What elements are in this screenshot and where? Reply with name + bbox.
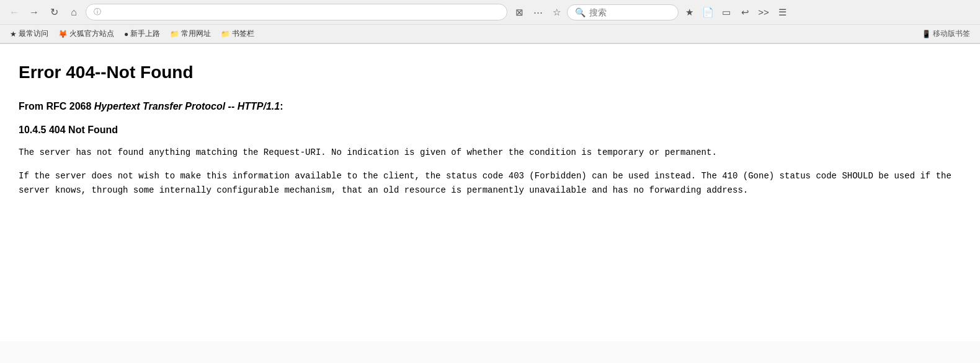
overflow-button[interactable]: >> <box>755 4 772 20</box>
bookmark-getting-started[interactable]: ● 新手上路 <box>120 27 164 40</box>
rfc-heading-plain: From RFC 2068 <box>19 101 94 112</box>
address-bar[interactable]: ⓘ 192.168.126.142:7001 <box>86 4 507 20</box>
home-button[interactable]: ⌂ <box>66 4 82 20</box>
forward-button[interactable]: → <box>26 4 42 20</box>
bookmark-bar[interactable]: 📁 书签栏 <box>217 27 258 40</box>
grid-icon-button[interactable]: ⊠ <box>511 4 527 20</box>
bookmark-bar-label: 书签栏 <box>232 28 254 39</box>
section-heading: 10.4.5 404 Not Found <box>19 125 961 136</box>
star-icon: ★ <box>10 30 17 38</box>
circle-icon: ● <box>124 30 128 38</box>
toolbar-right: ⊠ ⋯ ☆ 🔍 ★ 📄 ▭ ↩ >> ☰ <box>511 4 790 20</box>
undo-button[interactable]: ↩ <box>737 4 753 20</box>
bookmark-firefox-official[interactable]: 🦊 火狐官方站点 <box>55 27 118 40</box>
bookmarks-bar: ★ 最常访问 🦊 火狐官方站点 ● 新手上路 📁 常用网址 📁 书签栏 📱 移动… <box>0 25 980 43</box>
address-input[interactable]: 192.168.126.142:7001 <box>105 7 499 17</box>
bookmark-common-sites[interactable]: 📁 常用网址 <box>166 27 215 40</box>
rfc-heading-italic: Hypertext Transfer Protocol -- HTTP/1.1 <box>94 101 280 112</box>
bookmark-most-visited[interactable]: ★ 最常访问 <box>6 27 52 40</box>
bookmark-getting-started-label: 新手上路 <box>130 28 160 39</box>
bookmark-common-sites-label: 常用网址 <box>181 28 211 39</box>
mobile-icon: 📱 <box>922 30 931 38</box>
search-icon: 🔍 <box>575 7 586 17</box>
error-para-1: The server has not found anything matchi… <box>19 146 961 159</box>
rfc-heading: From RFC 2068 Hypertext Transfer Protoco… <box>19 101 961 112</box>
error-title: Error 404--Not Found <box>19 63 961 82</box>
menu-button[interactable]: ☰ <box>774 4 790 20</box>
folder-icon-1: 📁 <box>170 30 179 38</box>
page-content: Error 404--Not Found From RFC 2068 Hyper… <box>0 44 980 341</box>
back-button[interactable]: ← <box>6 4 22 20</box>
search-bar[interactable]: 🔍 <box>567 4 679 20</box>
synced-tabs-button[interactable]: ▭ <box>718 4 734 20</box>
reload-button[interactable]: ↻ <box>46 4 62 20</box>
rfc-heading-end: : <box>280 101 283 112</box>
browser-toolbar: ← → ↻ ⌂ ⓘ 192.168.126.142:7001 ⊠ ⋯ ☆ 🔍 ★… <box>0 0 980 25</box>
bookmark-firefox-label: 火狐官方站点 <box>69 28 114 39</box>
mobile-bookmarks[interactable]: 📱 移动版书签 <box>918 27 974 40</box>
folder-icon-2: 📁 <box>221 30 230 38</box>
firefox-icon: 🦊 <box>58 30 68 38</box>
info-icon: ⓘ <box>94 7 101 17</box>
error-para-2: If the server does not wish to make this… <box>19 169 961 197</box>
more-button[interactable]: ⋯ <box>530 4 546 20</box>
bookmark-star-button[interactable]: ★ <box>681 4 697 20</box>
mobile-bookmarks-label: 移动版书签 <box>933 28 970 39</box>
bookmark-most-visited-label: 最常访问 <box>19 28 48 39</box>
error-body: The server has not found anything matchi… <box>19 146 961 197</box>
search-input[interactable] <box>589 7 670 17</box>
browser-chrome: ← → ↻ ⌂ ⓘ 192.168.126.142:7001 ⊠ ⋯ ☆ 🔍 ★… <box>0 0 980 44</box>
library-button[interactable]: 📄 <box>700 4 716 20</box>
star-button[interactable]: ☆ <box>548 4 564 20</box>
